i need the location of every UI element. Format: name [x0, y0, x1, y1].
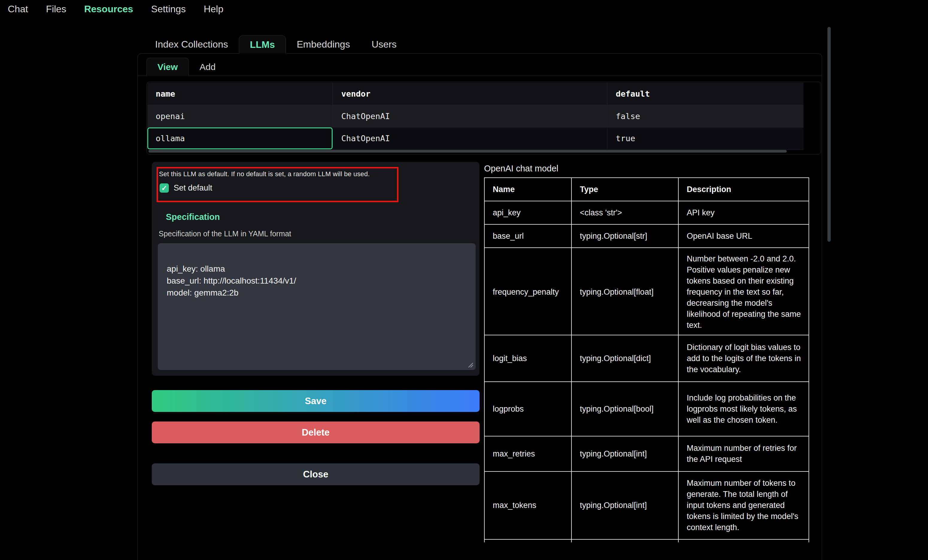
- model-row-max_tokens: max_tokenstyping.Optional[int]Maximum nu…: [485, 471, 809, 539]
- nav-item-settings[interactable]: Settings: [151, 4, 186, 15]
- sub-tabs: ViewAdd: [138, 58, 822, 76]
- llm-detail-panel: Set this LLM as default. If no default i…: [152, 162, 479, 376]
- model-cell-description: Include log probabilities on the logprob…: [678, 382, 809, 436]
- model-column-header-name: Name: [485, 178, 571, 201]
- llm-cell-ollama-vendor[interactable]: ChatOpenAI: [333, 128, 607, 149]
- llm-cell-ollama-name[interactable]: ollama: [147, 128, 333, 149]
- llm-table: namevendordefaultopenaiChatOpenAIfalseol…: [147, 82, 803, 149]
- model-table-header-row: NameTypeDescription: [485, 178, 809, 201]
- llm-row-openai[interactable]: openaiChatOpenAIfalse: [147, 105, 803, 128]
- textarea-resize-handle-icon[interactable]: [467, 362, 473, 368]
- close-button[interactable]: Close: [152, 463, 479, 485]
- llm-table-container: namevendordefaultopenaiChatOpenAIfalseol…: [147, 82, 821, 154]
- yaml-spec-text: api_key: ollama base_url: http://localho…: [167, 264, 296, 297]
- model-row-logprobs: logprobstyping.Optional[bool]Include log…: [485, 381, 809, 436]
- llm-column-header-vendor: vendor: [333, 82, 607, 105]
- nav-item-resources[interactable]: Resources: [84, 4, 133, 15]
- save-button[interactable]: Save: [152, 390, 479, 412]
- model-cell-type: typing.Optional[int]: [571, 472, 678, 539]
- subtab-add[interactable]: Add: [189, 58, 226, 76]
- subtab-view[interactable]: View: [147, 58, 189, 76]
- llm-table-header-row: namevendordefault: [147, 82, 803, 105]
- vertical-scrollbar-thumb[interactable]: [827, 27, 831, 242]
- specification-heading: Specification: [166, 212, 220, 222]
- model-cell-type: typing.Optional[float]: [571, 248, 678, 336]
- model-row-logit_bias: logit_biastyping.Optional[dict]Dictionar…: [485, 335, 809, 381]
- llm-row-ollama[interactable]: ollamaChatOpenAItrue: [147, 128, 803, 149]
- default-hint-text: Set this LLM as default. If no default i…: [159, 170, 392, 178]
- model-cell-type: typing.Optional[dict]: [571, 335, 678, 381]
- model-row-api_key: api_key<class 'str'>API key: [485, 201, 809, 224]
- yaml-spec-textarea[interactable]: api_key: ollama base_url: http://localho…: [158, 243, 476, 370]
- model-info-clip: NameTypeDescriptionapi_key<class 'str'>A…: [484, 177, 810, 542]
- model-cell-description: Number between -2.0 and 2.0. Positive va…: [678, 248, 809, 336]
- model-cell-description: OpenAI base URL: [678, 225, 809, 247]
- model-cell-type: typing.Optional[int]: [571, 437, 678, 471]
- main-panel: ViewAdd namevendordefaultopenaiChatOpenA…: [137, 53, 822, 560]
- llm-cell-ollama-default[interactable]: true: [607, 128, 803, 149]
- tab-index-collections[interactable]: Index Collections: [144, 35, 239, 53]
- model-cell-type: typing.Optional[bool]: [571, 382, 678, 436]
- set-default-label: Set default: [174, 183, 212, 193]
- tab-users[interactable]: Users: [361, 35, 408, 53]
- model-cell-type: typing.Optional[str]: [571, 225, 678, 247]
- model-cell-description: Dictionary of logit bias values to add t…: [678, 335, 809, 381]
- model-cell-type: <class 'str'>: [571, 201, 678, 224]
- model-cell-empty: [485, 540, 571, 542]
- model-row-base_url: base_urltyping.Optional[str]OpenAI base …: [485, 224, 809, 247]
- llm-column-header-name: name: [147, 82, 333, 105]
- model-cell-name: logprobs: [485, 382, 571, 436]
- set-default-checkbox[interactable]: ✓: [160, 183, 169, 193]
- model-info-title: OpenAI chat model: [484, 164, 558, 173]
- model-cell-name: api_key: [485, 201, 571, 224]
- model-column-header-description: Description: [678, 178, 809, 201]
- nav-item-files[interactable]: Files: [46, 4, 66, 15]
- model-cell-empty: [571, 540, 678, 542]
- nav-item-help[interactable]: Help: [203, 4, 223, 15]
- main-tabs: Index CollectionsLLMsEmbeddingsUsers: [144, 35, 408, 53]
- yaml-format-label: Specification of the LLM in YAML format: [159, 230, 291, 238]
- llm-cell-openai-name[interactable]: openai: [147, 105, 333, 128]
- llm-cell-openai-default[interactable]: false: [607, 105, 803, 128]
- model-cell-description: Maximum number of tokens to generate. Th…: [678, 472, 809, 539]
- app-root: { "nav": { "items": [ { "label": "Chat",…: [0, 0, 928, 560]
- model-cell-empty: [678, 540, 809, 542]
- tab-llms[interactable]: LLMs: [239, 35, 286, 53]
- model-cell-name: logit_bias: [485, 335, 571, 381]
- model-cell-name: max_tokens: [485, 472, 571, 539]
- delete-button[interactable]: Delete: [152, 422, 479, 443]
- top-nav: ChatFilesResourcesSettingsHelp: [8, 4, 223, 15]
- model-cell-description: API key: [678, 201, 809, 224]
- model-row-partial: [485, 539, 809, 542]
- llm-column-header-default: default: [607, 82, 803, 105]
- model-cell-name: max_retries: [485, 437, 571, 471]
- llm-cell-openai-vendor[interactable]: ChatOpenAI: [333, 105, 607, 128]
- model-cell-name: frequency_penalty: [485, 248, 571, 336]
- nav-item-chat[interactable]: Chat: [8, 4, 28, 15]
- horizontal-scrollbar-thumb[interactable]: [148, 150, 787, 152]
- tab-embeddings[interactable]: Embeddings: [286, 35, 361, 53]
- model-column-header-type: Type: [571, 178, 678, 201]
- model-row-frequency_penalty: frequency_penaltytyping.Optional[float]N…: [485, 247, 809, 335]
- model-row-max_retries: max_retriestyping.Optional[int]Maximum n…: [485, 436, 809, 471]
- model-cell-description: Maximum number of retries for the API re…: [678, 437, 809, 471]
- set-default-row: ✓ Set default: [160, 183, 212, 193]
- model-cell-name: base_url: [485, 225, 571, 247]
- model-info-table: NameTypeDescriptionapi_key<class 'str'>A…: [484, 177, 809, 542]
